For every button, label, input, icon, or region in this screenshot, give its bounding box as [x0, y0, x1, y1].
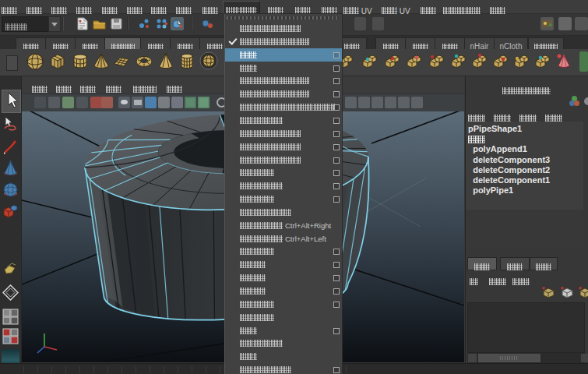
svg-text:*: * — [542, 286, 545, 293]
svg-text:*: * — [579, 286, 582, 293]
svg-text:*: * — [561, 286, 564, 293]
